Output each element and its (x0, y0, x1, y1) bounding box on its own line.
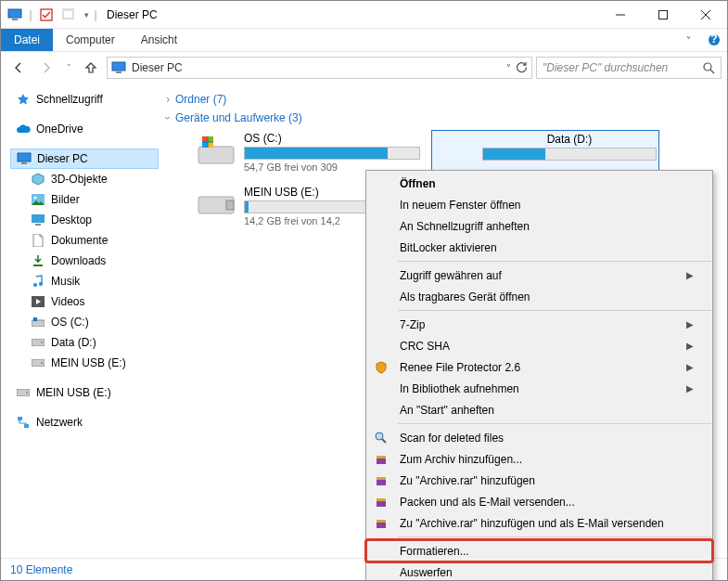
qat-separator-2: | (94, 5, 97, 25)
submenu-arrow-icon: ▶ (686, 341, 694, 351)
svg-rect-34 (24, 424, 29, 428)
help-icon[interactable]: ? (701, 29, 727, 51)
ctx-crc-sha[interactable]: CRC SHA▶ (366, 335, 712, 356)
ctx-add-to-archive[interactable]: Zum Archiv hinzufügen... (366, 448, 712, 470)
sidebar-item-3d-objects[interactable]: 3D-Objekte (10, 169, 159, 189)
sidebar-item-quick-access[interactable]: Schnellzugriff (10, 89, 159, 110)
sidebar-item-onedrive[interactable]: OneDrive (10, 119, 159, 139)
context-menu: Öffnen In neuem Fenster öffnen An Schnel… (365, 170, 713, 581)
properties-icon[interactable] (36, 5, 57, 25)
address-dropdown-icon[interactable]: ˅ (506, 63, 511, 73)
drive-name: OS (C:) (244, 132, 420, 145)
window-title: Dieser PC (101, 8, 158, 21)
cube-icon (31, 172, 45, 187)
minimize-button[interactable] (599, 1, 642, 29)
ctx-separator (398, 536, 711, 537)
tab-computer[interactable]: Computer (53, 29, 128, 51)
ctx-pack-email[interactable]: Packen und als E-Mail versenden... (366, 491, 712, 512)
svg-rect-38 (209, 136, 214, 142)
submenu-arrow-icon: ▶ (686, 362, 694, 372)
window-controls (599, 1, 727, 29)
ctx-bitlocker[interactable]: BitLocker aktivieren (366, 237, 712, 258)
ctx-rar-email[interactable]: Zu "Archive.rar" hinzufügen und als E-Ma… (366, 512, 712, 534)
ctx-pin-quick-access[interactable]: An Schnellzugriff anheften (366, 215, 712, 237)
drive-data-d[interactable]: Data (D:) (431, 130, 659, 174)
navigation-pane: Schnellzugriff OneDrive Dieser PC 3D-Obj… (1, 84, 159, 557)
svg-rect-0 (8, 9, 21, 18)
sidebar-item-usb-e-removable[interactable]: MEIN USB (E:) (10, 382, 159, 403)
ctx-separator (398, 423, 711, 424)
winrar-icon (374, 495, 389, 510)
ctx-open[interactable]: Öffnen (366, 173, 712, 194)
svg-rect-40 (209, 143, 214, 148)
ctx-grant-access[interactable]: Zugriff gewähren auf▶ (366, 265, 712, 286)
sidebar-item-music[interactable]: Musik (10, 271, 159, 291)
svg-point-18 (34, 197, 37, 200)
address-bar[interactable]: Dieser PC ˅ (107, 57, 532, 79)
close-button[interactable] (684, 1, 727, 29)
ctx-renee-protector[interactable]: Renee File Protector 2.6▶ (366, 356, 712, 378)
svg-point-22 (33, 283, 37, 287)
svg-rect-15 (18, 153, 31, 161)
sidebar-item-downloads[interactable]: Downloads (10, 251, 159, 271)
sidebar-item-os-c[interactable]: OS (C:) (10, 312, 159, 332)
refresh-icon[interactable] (515, 61, 528, 74)
svg-point-30 (41, 362, 43, 364)
ctx-new-window[interactable]: In neuem Fenster öffnen (366, 194, 712, 215)
recent-dropdown-icon[interactable]: ˅ (62, 56, 75, 80)
search-placeholder: "Dieser PC" durchsuchen (543, 61, 668, 74)
svg-rect-50 (377, 498, 386, 501)
ribbon: Datei Computer Ansicht ˅ ? (1, 29, 727, 52)
search-icon[interactable] (703, 62, 715, 74)
maximize-button[interactable] (642, 1, 684, 29)
qat-dropdown-icon[interactable] (58, 5, 79, 25)
sidebar-item-pictures[interactable]: Bilder (10, 189, 159, 210)
ctx-add-to-rar[interactable]: Zu "Archive.rar" hinzufügen (366, 470, 712, 491)
usage-bar (244, 147, 420, 160)
sidebar-item-documents[interactable]: Dokumente (10, 230, 159, 251)
svg-line-44 (382, 439, 386, 443)
group-folders[interactable]: ›Ordner (7) (166, 93, 727, 106)
tab-file[interactable]: Datei (1, 29, 53, 51)
drive-name: Data (D:) (482, 133, 657, 146)
ctx-pin-start[interactable]: An "Start" anheften (366, 399, 712, 420)
breadcrumb[interactable]: Dieser PC (132, 61, 183, 74)
svg-rect-6 (659, 10, 668, 19)
sidebar-item-this-pc[interactable]: Dieser PC (10, 148, 159, 169)
ctx-7zip[interactable]: 7-Zip▶ (366, 314, 712, 335)
navigation-bar: ˅ Dieser PC ˅ "Dieser PC" durchsuchen (1, 52, 727, 84)
ribbon-expand-icon[interactable]: ˅ (675, 29, 701, 51)
ctx-portable-device[interactable]: Als tragbares Gerät öffnen (366, 286, 712, 307)
svg-rect-33 (18, 417, 22, 420)
search-box[interactable]: "Dieser PC" durchsuchen (536, 57, 722, 79)
up-button[interactable] (79, 56, 103, 80)
sidebar-item-videos[interactable]: Videos (10, 291, 159, 312)
ctx-scan-deleted[interactable]: Scan for deleted files (366, 427, 712, 448)
svg-text:?: ? (710, 33, 717, 45)
svg-point-32 (26, 392, 28, 394)
group-drives[interactable]: ›Geräte und Laufwerke (3) (166, 111, 727, 124)
sidebar-item-data-d[interactable]: Data (D:) (10, 332, 159, 353)
forward-button[interactable] (34, 56, 58, 80)
svg-line-14 (710, 70, 714, 73)
ctx-eject[interactable]: Auswerfen (366, 562, 712, 581)
qat-separator: | (27, 5, 34, 25)
shield-icon (374, 360, 389, 375)
sidebar-item-network[interactable]: Netzwerk (10, 412, 159, 433)
svg-rect-37 (202, 136, 208, 142)
tab-view[interactable]: Ansicht (128, 29, 190, 51)
ctx-add-library[interactable]: In Bibliothek aufnehmen▶ (366, 378, 712, 399)
sidebar-item-usb-e[interactable]: MEIN USB (E:) (10, 353, 159, 373)
back-button[interactable] (6, 56, 31, 80)
ctx-format[interactable]: Formatieren... (366, 540, 712, 562)
drive-os-c[interactable]: OS (C:) 54,7 GB frei von 309 (194, 130, 422, 174)
winrar-icon (374, 516, 389, 531)
magnifier-icon (374, 431, 389, 445)
svg-rect-12 (116, 71, 121, 73)
svg-rect-39 (202, 143, 208, 148)
chevron-down-icon: › (161, 116, 174, 119)
qat-chevron-icon[interactable]: ▾ (81, 5, 92, 25)
this-pc-icon[interactable] (5, 5, 25, 25)
sidebar-item-desktop[interactable]: Desktop (10, 210, 159, 230)
document-icon (31, 233, 45, 248)
